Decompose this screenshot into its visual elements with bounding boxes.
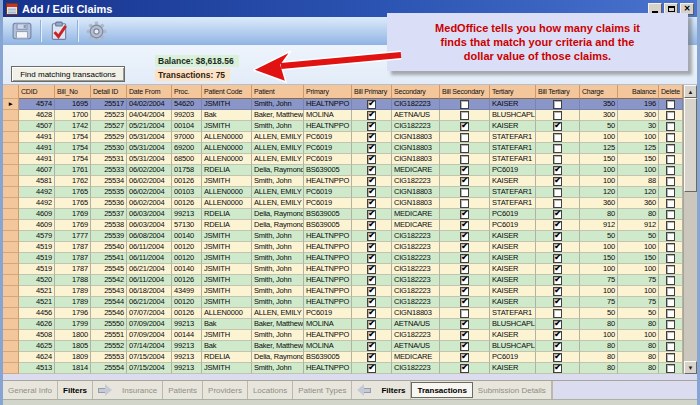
table-row[interactable]: ►457416952551704/02/200454620JSMITHSmith… xyxy=(3,99,683,110)
tab-filters[interactable]: Filters xyxy=(58,381,93,399)
checkbox[interactable] xyxy=(666,144,675,153)
column-header-bill-secondary[interactable]: Bill Secondary xyxy=(440,85,490,99)
checkbox[interactable]: ✔ xyxy=(460,210,469,219)
checkbox[interactable] xyxy=(666,364,675,373)
arrow-right-icon[interactable] xyxy=(98,381,112,399)
scrollbar-thumb[interactable] xyxy=(684,98,697,192)
checkbox[interactable]: ✔ xyxy=(367,276,376,285)
checkbox[interactable] xyxy=(460,309,469,318)
checkbox[interactable] xyxy=(666,265,675,274)
checkbox[interactable]: ✔ xyxy=(553,320,562,329)
table-row[interactable]: 449117542552905/31/200497000ALLEN0000ALL… xyxy=(3,132,683,143)
row-selector[interactable] xyxy=(3,297,19,308)
table-row[interactable]: 460717612553306/02/200401758RDELIADelia,… xyxy=(3,165,683,176)
checkbox[interactable]: ✔ xyxy=(460,254,469,263)
checkbox[interactable]: ✔ xyxy=(367,243,376,252)
checkbox[interactable] xyxy=(460,100,469,109)
checkbox[interactable]: ✔ xyxy=(553,298,562,307)
checkbox[interactable] xyxy=(666,298,675,307)
row-selector[interactable] xyxy=(3,165,19,176)
checkbox[interactable]: ✔ xyxy=(367,254,376,263)
checkbox[interactable]: ✔ xyxy=(553,122,562,131)
column-header-detail-id[interactable]: Detail ID xyxy=(91,85,127,99)
row-selector[interactable] xyxy=(3,143,19,154)
tab-insurance[interactable]: Insurance xyxy=(117,381,163,399)
row-selector[interactable] xyxy=(3,308,19,319)
checkbox[interactable]: ✔ xyxy=(460,353,469,362)
checkbox[interactable]: ✔ xyxy=(553,166,562,175)
arrow-left-icon[interactable] xyxy=(357,381,371,399)
find-matching-transactions-button[interactable]: Find matching transactions xyxy=(11,66,125,82)
checkbox[interactable] xyxy=(666,342,675,351)
table-row[interactable]: 450717422552705/21/200400104JSMITHSmith,… xyxy=(3,121,683,132)
column-header-secondary[interactable]: Secondary xyxy=(392,85,440,99)
column-header-balance[interactable]: Balance xyxy=(618,85,659,99)
tab-patient-types[interactable]: Patient Types xyxy=(293,381,352,399)
table-row[interactable]: 460917692553806/03/200457130RDELIADelia,… xyxy=(3,220,683,231)
checkbox[interactable]: ✔ xyxy=(367,188,376,197)
checkbox[interactable]: ✔ xyxy=(367,232,376,241)
column-header-proc-[interactable]: Proc. xyxy=(172,85,202,99)
column-header-date-from[interactable]: Date From xyxy=(127,85,172,99)
checkbox[interactable]: ✔ xyxy=(367,199,376,208)
checkbox[interactable]: ✔ xyxy=(553,243,562,252)
row-selector[interactable] xyxy=(3,198,19,209)
checkbox[interactable] xyxy=(666,199,675,208)
checkbox[interactable]: ✔ xyxy=(553,287,562,296)
settings-button[interactable] xyxy=(81,18,111,44)
tab-providers[interactable]: Providers xyxy=(203,381,248,399)
verify-claims-button[interactable] xyxy=(44,18,74,44)
checkbox[interactable] xyxy=(553,111,562,120)
checkbox[interactable]: ✔ xyxy=(367,342,376,351)
row-selector[interactable] xyxy=(3,264,19,275)
checkbox[interactable]: ✔ xyxy=(460,232,469,241)
checkbox[interactable] xyxy=(666,331,675,340)
checkbox[interactable]: ✔ xyxy=(553,254,562,263)
checkbox[interactable] xyxy=(460,188,469,197)
checkbox[interactable]: ✔ xyxy=(553,232,562,241)
checkbox[interactable]: ✔ xyxy=(460,298,469,307)
row-selector[interactable] xyxy=(3,187,19,198)
checkbox[interactable]: ✔ xyxy=(367,133,376,142)
checkbox[interactable] xyxy=(460,199,469,208)
row-selector[interactable] xyxy=(3,231,19,242)
table-row[interactable]: 451318142555407/15/200499213JSMITHSmith,… xyxy=(3,363,683,374)
checkbox[interactable]: ✔ xyxy=(460,265,469,274)
row-selector[interactable] xyxy=(3,363,19,374)
checkbox[interactable]: ✔ xyxy=(553,265,562,274)
checkbox[interactable]: ✔ xyxy=(367,353,376,362)
checkbox[interactable] xyxy=(666,133,675,142)
checkbox[interactable] xyxy=(553,199,562,208)
checkbox[interactable]: ✔ xyxy=(460,243,469,252)
checkbox[interactable]: ✔ xyxy=(367,100,376,109)
checkbox[interactable] xyxy=(666,122,675,131)
row-selector[interactable] xyxy=(3,209,19,220)
table-row[interactable]: 449217652553506/02/200400103ALLEN0000ALL… xyxy=(3,187,683,198)
checkbox[interactable]: ✔ xyxy=(553,331,562,340)
column-header-delete[interactable]: Delete xyxy=(659,85,683,99)
column-header-patient-code[interactable]: Patient Code xyxy=(202,85,252,99)
checkbox[interactable] xyxy=(460,144,469,153)
row-selector[interactable] xyxy=(3,242,19,253)
row-selector[interactable] xyxy=(3,275,19,286)
checkbox[interactable] xyxy=(666,155,675,164)
table-row[interactable]: 452017882554206/11/200400126JSMITHSmith,… xyxy=(3,275,683,286)
checkbox[interactable]: ✔ xyxy=(553,364,562,373)
row-selector[interactable] xyxy=(3,253,19,264)
row-selector[interactable] xyxy=(3,154,19,165)
checkbox[interactable]: ✔ xyxy=(367,298,376,307)
checkbox[interactable] xyxy=(666,353,675,362)
checkbox[interactable]: ✔ xyxy=(367,177,376,186)
tab-locations[interactable]: Locations xyxy=(248,381,293,399)
checkbox[interactable] xyxy=(553,188,562,197)
table-row[interactable]: 451917872554106/11/200400120JSMITHSmith,… xyxy=(3,253,683,264)
checkbox[interactable]: ✔ xyxy=(367,111,376,120)
row-selector[interactable] xyxy=(3,176,19,187)
row-selector[interactable] xyxy=(3,121,19,132)
column-header-cdid[interactable]: CDID xyxy=(19,85,55,99)
table-row[interactable]: 457917772553906/08/200400140JSMITHSmith,… xyxy=(3,231,683,242)
table-row[interactable]: 462518052555207/14/200499213BakBaker, Ma… xyxy=(3,341,683,352)
checkbox[interactable]: ✔ xyxy=(460,177,469,186)
checkbox[interactable]: ✔ xyxy=(553,276,562,285)
checkbox[interactable]: ✔ xyxy=(553,353,562,362)
